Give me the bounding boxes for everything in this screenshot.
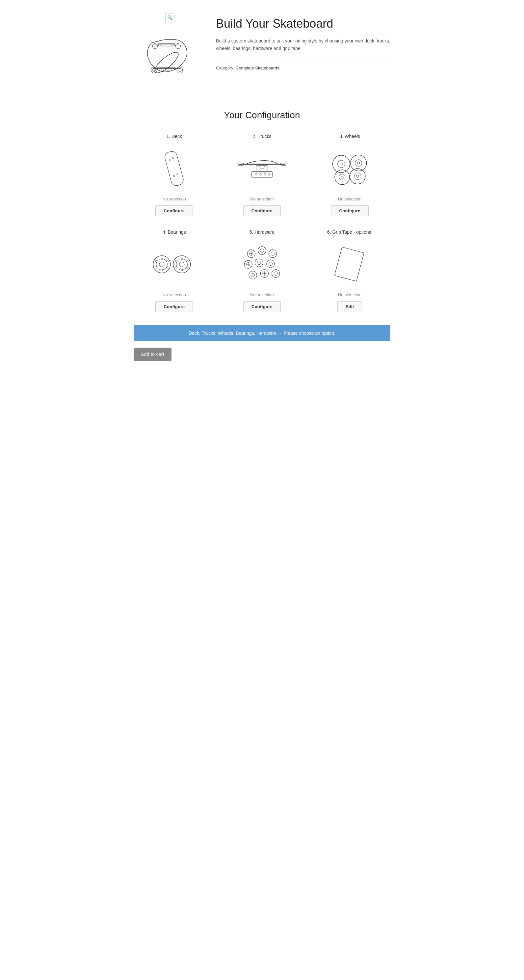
svg-point-57 bbox=[175, 260, 178, 262]
svg-point-63 bbox=[260, 249, 264, 253]
svg-point-85 bbox=[274, 272, 278, 275]
alert-message: Deck, Trucks, Wheels, Bearings, Hardware… bbox=[189, 331, 335, 336]
svg-rect-18 bbox=[252, 172, 272, 177]
bearings-status: No selection bbox=[163, 292, 186, 297]
wheels-image bbox=[324, 145, 376, 192]
svg-point-34 bbox=[335, 170, 349, 185]
hardware-title: 5. Hardware bbox=[249, 229, 275, 235]
svg-point-25 bbox=[260, 173, 261, 175]
svg-point-53 bbox=[187, 260, 189, 262]
hardware-configure-button[interactable]: Configure bbox=[243, 301, 281, 312]
product-info: Build Your Skateboard Build a custom ska… bbox=[216, 13, 391, 70]
svg-point-51 bbox=[179, 262, 184, 267]
svg-point-24 bbox=[256, 173, 257, 175]
svg-point-17 bbox=[177, 173, 178, 175]
svg-rect-13 bbox=[164, 150, 185, 187]
svg-point-26 bbox=[264, 173, 266, 175]
svg-point-41 bbox=[156, 259, 168, 270]
svg-point-42 bbox=[159, 262, 164, 267]
add-to-cart-container: Add to cart bbox=[133, 348, 391, 361]
svg-point-84 bbox=[272, 270, 280, 277]
trucks-image bbox=[236, 145, 288, 192]
svg-point-49 bbox=[173, 256, 191, 273]
config-item-deck: 1. Deck No selection Configure bbox=[133, 134, 215, 216]
product-image-container: 🔍 bbox=[133, 13, 206, 90]
add-to-cart-button[interactable]: Add to cart bbox=[133, 348, 171, 361]
wheels-configure-button[interactable]: Configure bbox=[331, 205, 368, 216]
bearings-title: 4. Bearings bbox=[163, 229, 186, 235]
grip-tape-title: 6. Grip Tape - optional bbox=[327, 229, 373, 235]
svg-point-16 bbox=[173, 175, 175, 177]
trucks-title: 2. Trucks bbox=[253, 134, 272, 139]
trucks-configure-button[interactable]: Configure bbox=[243, 205, 281, 216]
svg-point-9 bbox=[152, 68, 156, 72]
deck-configure-button[interactable]: Configure bbox=[156, 205, 193, 216]
svg-point-8 bbox=[177, 67, 183, 73]
svg-point-47 bbox=[156, 267, 157, 269]
svg-rect-86 bbox=[334, 247, 364, 281]
svg-point-54 bbox=[187, 267, 189, 269]
config-grid: 1. Deck No selection Configure 2. Trucks bbox=[133, 134, 391, 312]
config-item-grip-tape: 6. Grip Tape - optional No selection Edi… bbox=[309, 229, 391, 312]
svg-point-21 bbox=[260, 164, 264, 169]
wheels-title: 3. Wheels bbox=[340, 134, 360, 139]
svg-point-30 bbox=[340, 162, 343, 165]
svg-point-45 bbox=[167, 267, 168, 269]
product-title: Build Your Skateboard bbox=[216, 16, 391, 30]
svg-point-75 bbox=[268, 262, 272, 266]
config-title: Your Configuration bbox=[133, 110, 391, 121]
trucks-status: No selection bbox=[250, 197, 274, 202]
svg-point-62 bbox=[258, 247, 266, 255]
category-link[interactable]: Complete Skateboards bbox=[236, 65, 279, 70]
grip-tape-image bbox=[324, 241, 376, 287]
zoom-icon[interactable]: 🔍 bbox=[165, 13, 175, 22]
deck-title: 1. Deck bbox=[167, 134, 182, 139]
bearings-configure-button[interactable]: Configure bbox=[156, 301, 193, 312]
product-description: Build a custom skateboard to suit your r… bbox=[216, 37, 391, 59]
hardware-image bbox=[236, 241, 288, 287]
hardware-status: No selection bbox=[250, 292, 274, 297]
grip-tape-status: No selection bbox=[338, 292, 362, 297]
svg-point-48 bbox=[156, 260, 157, 262]
svg-point-74 bbox=[267, 260, 275, 267]
svg-rect-1 bbox=[158, 43, 175, 46]
svg-point-64 bbox=[268, 250, 276, 258]
product-image bbox=[133, 16, 200, 89]
deck-image bbox=[148, 145, 200, 192]
svg-point-7 bbox=[151, 67, 157, 73]
grip-tape-edit-button[interactable]: Edit bbox=[337, 301, 362, 312]
svg-point-33 bbox=[357, 162, 360, 164]
svg-point-40 bbox=[153, 256, 171, 273]
wheels-status: No selection bbox=[338, 197, 362, 202]
bearings-image bbox=[148, 241, 200, 287]
config-section: Your Configuration 1. Deck No selection … bbox=[133, 110, 391, 361]
svg-point-27 bbox=[268, 173, 270, 175]
svg-point-32 bbox=[355, 160, 362, 167]
svg-point-35 bbox=[339, 174, 345, 180]
svg-point-38 bbox=[354, 173, 361, 180]
svg-point-56 bbox=[175, 267, 178, 269]
svg-point-36 bbox=[341, 176, 343, 179]
config-item-bearings: 4. Bearings bbox=[133, 229, 215, 312]
svg-point-14 bbox=[169, 159, 171, 161]
product-category: Category: Complete Skateboards bbox=[216, 65, 391, 70]
svg-point-44 bbox=[167, 260, 168, 262]
deck-status: No selection bbox=[163, 197, 186, 202]
svg-point-15 bbox=[172, 158, 174, 159]
svg-point-65 bbox=[271, 252, 275, 255]
svg-point-10 bbox=[178, 68, 181, 72]
svg-point-29 bbox=[337, 160, 345, 168]
svg-point-39 bbox=[356, 175, 359, 178]
alert-bar: Deck, Trucks, Wheels, Bearings, Hardware… bbox=[133, 325, 391, 341]
config-item-wheels: 3. Wheels No sel bbox=[309, 134, 391, 216]
config-item-hardware: 5. Hardware bbox=[222, 229, 303, 312]
header-section: 🔍 Build Your Skateboard Build bbox=[133, 13, 391, 90]
svg-point-50 bbox=[176, 259, 187, 270]
config-item-trucks: 2. Trucks bbox=[222, 134, 303, 216]
